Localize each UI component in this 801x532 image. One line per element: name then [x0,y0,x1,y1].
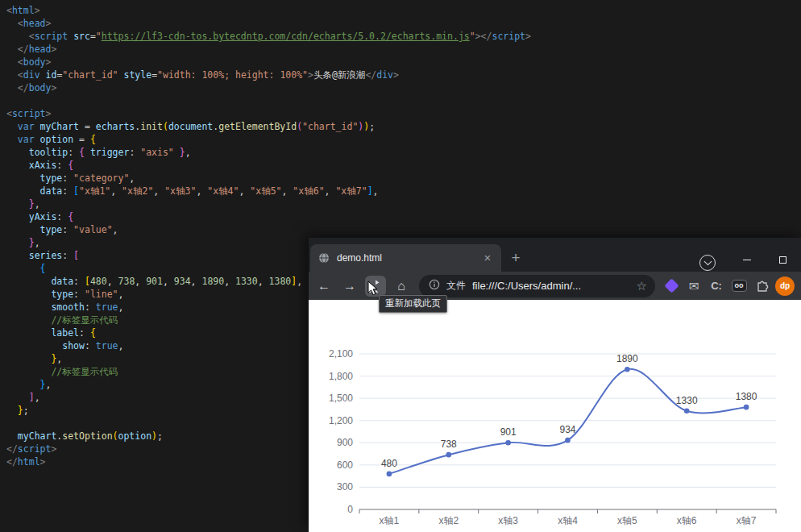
svg-text:x轴6: x轴6 [677,515,697,526]
code-line: }, [6,197,801,210]
screen: { "editor": { "lines": [ [["pn","<"],["t… [0,0,801,532]
code-line: <script src="https://lf3-cdn-tos.bytecdn… [6,30,801,43]
tab-strip: demo.html × + [309,238,801,272]
code-line: data: ["x轴1", "x轴2", "x轴3", "x轴4", "x轴5"… [6,185,801,197]
code-line: var myChart = echarts.init(document.getE… [6,120,801,133]
tab-title: demo.html [337,252,475,264]
oo-ext-icon: oo [732,280,747,292]
point-label: 901 [500,426,517,438]
code-line: </head> [6,43,801,56]
svg-text:600: 600 [337,459,353,471]
extension-purple-icon[interactable] [661,276,682,297]
x-axis-labels: x轴1x轴2x轴3x轴4x轴5x轴6x轴7 [380,515,757,526]
extensions-puzzle-icon[interactable] [751,276,772,297]
point-labels: 480738901934189013301380 [381,353,757,469]
data-points [387,367,749,476]
site-info-icon[interactable] [429,279,440,293]
point-label: 1380 [736,391,757,402]
data-point [505,440,511,446]
svg-text:x轴7: x轴7 [737,515,757,526]
minimize-icon [743,260,751,260]
x-axis [359,509,776,513]
svg-text:0: 0 [347,504,353,515]
y-gridlines [359,354,776,487]
extension-mail-icon[interactable]: ✉ [683,276,704,297]
c-ext-icon: C: [711,280,722,292]
code-line: <div id="chart_id" style="width: 100%; h… [6,69,801,81]
back-icon: ← [317,279,330,293]
extension-c-icon[interactable]: C: [706,276,727,297]
point-label: 480 [381,458,397,469]
window-controls [699,247,801,272]
echarts-line-chart: 03006009001,2001,5001,8002,100x轴1x轴2x轴3x… [309,300,801,532]
maximize-icon [779,256,786,264]
y-axis-labels: 03006009001,2001,5001,8002,100 [329,348,353,515]
bookmark-star-icon[interactable]: ☆ [637,279,647,293]
reload-tooltip: 重新加载此页 [379,295,447,313]
data-point [744,405,749,410]
code-line: var option = { [6,133,801,146]
forward-button[interactable]: → [338,275,362,297]
data-point [446,452,451,458]
new-tab-button[interactable]: + [504,247,527,269]
svg-text:900: 900 [337,437,353,448]
svg-text:x轴3: x轴3 [498,515,518,526]
data-point [387,472,392,477]
data-point [684,408,690,414]
purple-diamond-icon [664,278,679,293]
file-chip-label: 文件 [446,279,466,293]
url-text: file:///C:/Users/admin/... [472,280,630,292]
point-label: 738 [441,438,457,450]
mouse-cursor [367,281,379,297]
envelope-icon: ✉ [689,279,699,293]
globe-favicon-icon [317,251,330,264]
back-button[interactable]: ← [312,275,336,297]
svg-text:x轴4: x轴4 [558,515,578,526]
minimize-button[interactable] [728,247,765,272]
code-line: <body> [6,56,801,69]
svg-text:x轴1: x轴1 [380,515,400,526]
svg-text:1,800: 1,800 [329,371,353,382]
home-icon: ⌂ [397,279,405,293]
tab-demo-html[interactable]: demo.html × [310,244,501,272]
code-line: tooltip: { trigger: "axis" }, [6,146,801,159]
code-line [6,94,801,107]
page-content: 03006009001,2001,5001,8002,100x轴1x轴2x轴3x… [309,300,801,532]
svg-text:2,100: 2,100 [329,348,353,360]
tab-search-button[interactable] [699,255,716,271]
close-tab-icon[interactable]: × [481,251,494,264]
chevron-down-icon [703,257,712,265]
svg-text:1,200: 1,200 [329,415,353,426]
browser-window: demo.html × + ← → [309,238,801,532]
code-line: type: "value", [6,223,801,236]
svg-text:1,500: 1,500 [329,393,353,404]
data-point [625,367,630,372]
point-label: 1890 [616,353,638,364]
home-button[interactable]: ⌂ [389,275,413,297]
puzzle-icon [754,279,769,293]
code-line: yAxis: { [6,210,801,223]
forward-icon: → [343,279,356,293]
series-line [389,369,746,474]
profile-avatar[interactable]: dp [775,276,795,296]
svg-text:x轴2: x轴2 [438,515,459,526]
code-line: <html> [6,4,801,17]
extension-oo-icon[interactable]: oo [728,276,749,297]
code-line: type: "category", [6,172,801,185]
svg-text:x轴5: x轴5 [617,515,637,526]
address-bar[interactable]: 文件 file:///C:/Users/admin/... ☆ [419,275,655,297]
svg-text:300: 300 [337,481,353,493]
maximize-button[interactable] [765,247,801,272]
code-line: <head> [6,17,801,30]
point-label: 934 [559,424,575,435]
code-line: </body> [6,81,801,94]
point-label: 1330 [676,395,698,406]
code-line: xAxis: { [6,159,801,172]
code-line: <script> [6,107,801,120]
data-point [565,438,571,443]
